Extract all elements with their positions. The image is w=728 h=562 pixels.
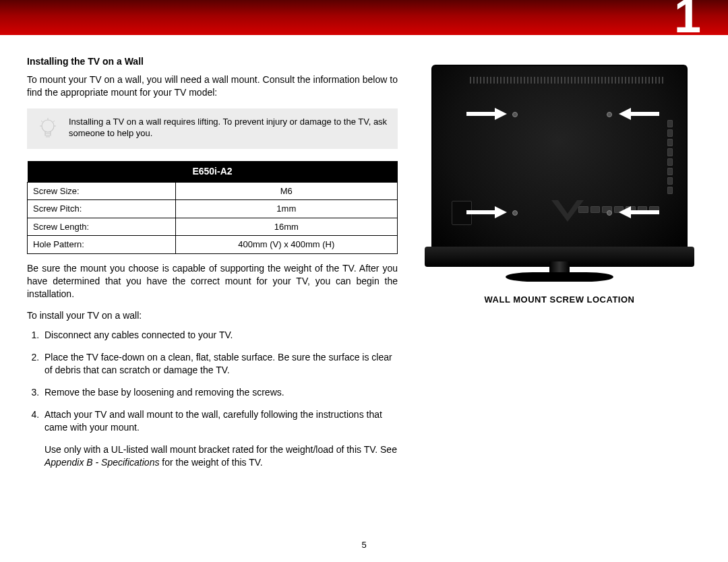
tv-back-panel bbox=[431, 65, 688, 253]
tip-callout: Installing a TV on a wall requires lifti… bbox=[27, 108, 398, 149]
spec-label: Screw Length: bbox=[28, 218, 176, 236]
svg-line-3 bbox=[53, 121, 55, 122]
step-text: Attach your TV and wall mount to the wal… bbox=[44, 409, 382, 433]
svg-point-0 bbox=[42, 120, 54, 132]
page-number: 5 bbox=[0, 540, 728, 550]
specs-table: E650i-A2 Screw Size: M6 Screw Pitch: 1mm… bbox=[27, 161, 398, 254]
arrow-left-icon bbox=[619, 108, 659, 120]
vizio-logo-icon bbox=[549, 197, 586, 224]
spec-value: 400mm (V) x 400mm (H) bbox=[175, 236, 397, 254]
arrow-right-icon bbox=[466, 206, 507, 218]
spec-label: Screw Pitch: bbox=[28, 200, 176, 218]
left-column: Installing the TV on a Wall To mount you… bbox=[27, 55, 398, 478]
svg-marker-11 bbox=[495, 206, 507, 218]
table-row: Screw Size: M6 bbox=[28, 182, 398, 200]
page-content: Installing the TV on a Wall To mount you… bbox=[0, 35, 728, 485]
steps-lead-in: To install your TV on a wall: bbox=[27, 309, 398, 322]
lightbulb-icon bbox=[36, 117, 59, 141]
appendix-reference: Appendix B - Specifications bbox=[44, 457, 159, 468]
spec-label: Hole Pattern: bbox=[28, 236, 176, 254]
tv-back-figure bbox=[425, 59, 694, 285]
tv-stand-base bbox=[506, 272, 613, 282]
top-vents bbox=[470, 77, 665, 84]
svg-rect-15 bbox=[631, 210, 659, 214]
spec-value: 1mm bbox=[175, 200, 397, 218]
mount-screw-hole bbox=[607, 210, 612, 216]
chapter-header-band: 1 bbox=[0, 0, 728, 35]
table-row: Hole Pattern: 400mm (V) x 400mm (H) bbox=[28, 236, 398, 254]
step-item: Attach your TV and wall mount to the wal… bbox=[42, 408, 398, 469]
spec-value: 16mm bbox=[175, 218, 397, 236]
install-steps: Disconnect any cables connected to your … bbox=[27, 329, 398, 468]
side-ports bbox=[667, 120, 673, 194]
table-row: Screw Length: 16mm bbox=[28, 218, 398, 236]
svg-rect-13 bbox=[631, 112, 659, 116]
svg-marker-14 bbox=[619, 206, 631, 218]
chapter-number: 1 bbox=[674, 0, 701, 43]
intro-paragraph: To mount your TV on a wall, you will nee… bbox=[27, 73, 398, 99]
svg-marker-9 bbox=[495, 108, 507, 120]
step-item: Disconnect any cables connected to your … bbox=[42, 329, 398, 342]
right-column: WALL MOUNT SCREW LOCATION bbox=[418, 55, 701, 478]
svg-rect-10 bbox=[466, 210, 495, 214]
step-item: Place the TV face-down on a clean, flat,… bbox=[42, 351, 398, 377]
section-title: Installing the TV on a Wall bbox=[27, 55, 398, 68]
post-table-paragraph: Be sure the mount you choose is capable … bbox=[27, 262, 398, 301]
svg-rect-8 bbox=[466, 112, 495, 116]
figure-caption: WALL MOUNT SCREW LOCATION bbox=[485, 294, 635, 305]
mount-screw-hole bbox=[512, 112, 518, 117]
arrow-left-icon bbox=[619, 206, 659, 218]
svg-marker-12 bbox=[619, 108, 631, 120]
spec-value: M6 bbox=[175, 182, 397, 200]
svg-line-2 bbox=[41, 121, 42, 122]
arrow-right-icon bbox=[466, 108, 507, 120]
note-pre: Use only with a UL-listed wall mount bra… bbox=[44, 444, 397, 455]
callout-text: Installing a TV on a wall requires lifti… bbox=[69, 117, 388, 139]
mount-screw-hole bbox=[607, 112, 612, 117]
step-extra-note: Use only with a UL-listed wall mount bra… bbox=[44, 443, 398, 469]
mount-screw-hole bbox=[512, 210, 518, 216]
note-post: for the weight of this TV. bbox=[159, 457, 262, 468]
table-row: Screw Pitch: 1mm bbox=[28, 200, 398, 218]
table-header: E650i-A2 bbox=[28, 161, 398, 182]
spec-label: Screw Size: bbox=[28, 182, 176, 200]
step-item: Remove the base by loosening and removin… bbox=[42, 386, 398, 399]
